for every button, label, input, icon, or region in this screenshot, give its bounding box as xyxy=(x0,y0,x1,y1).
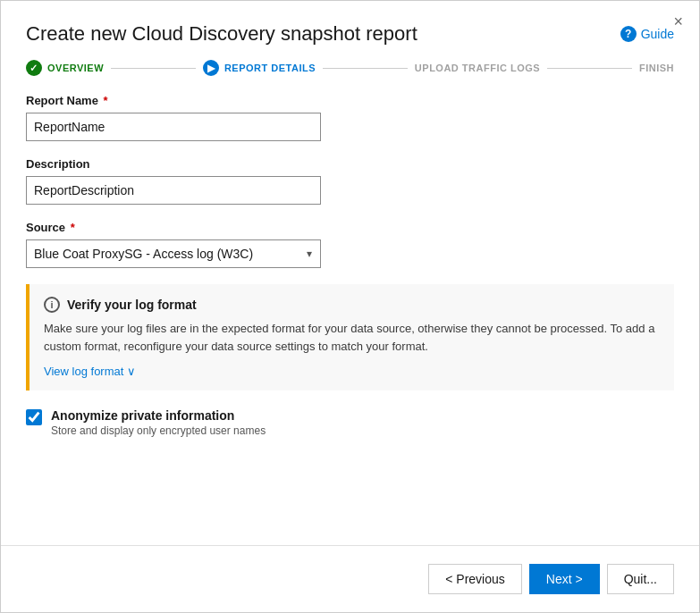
next-button[interactable]: Next > xyxy=(529,564,600,594)
step-report-details: ▶ REPORT DETAILS xyxy=(203,60,316,76)
quit-button[interactable]: Quit... xyxy=(607,564,674,594)
guide-label: Guide xyxy=(641,27,674,41)
guide-icon: ? xyxy=(620,26,637,42)
report-name-label: Report Name * xyxy=(26,94,674,107)
info-icon: i xyxy=(44,297,60,313)
step-finish-label: FINISH xyxy=(639,63,674,73)
step-report-details-icon: ▶ xyxy=(203,60,219,76)
source-group: Source * Blue Coat ProxySG - Access log … xyxy=(26,221,674,268)
view-log-link[interactable]: View log format ∨ xyxy=(44,365,136,378)
anonymize-label[interactable]: Anonymize private information xyxy=(51,408,234,423)
view-log-label: View log format xyxy=(44,365,123,378)
step-overview-icon: ✓ xyxy=(26,60,42,76)
chevron-down-small-icon: ∨ xyxy=(127,365,136,378)
description-label: Description xyxy=(26,157,674,171)
anonymize-checkbox[interactable] xyxy=(26,409,42,425)
info-box-header: i Verify your log format xyxy=(44,297,660,313)
description-group: Description xyxy=(26,157,674,205)
dialog-header: Create new Cloud Discovery snapshot repo… xyxy=(1,1,699,60)
anonymize-sublabel: Store and display only encrypted user na… xyxy=(51,424,266,437)
anonymize-group: Anonymize private information Store and … xyxy=(26,408,674,437)
guide-link[interactable]: ? Guide xyxy=(620,26,674,42)
step-finish: FINISH xyxy=(639,63,674,73)
previous-button[interactable]: < Previous xyxy=(428,564,522,594)
description-input[interactable] xyxy=(26,176,321,205)
step-upload-logs: UPLOAD TRAFFIC LOGS xyxy=(415,63,540,73)
info-box: i Verify your log format Make sure your … xyxy=(26,284,674,390)
source-select[interactable]: Blue Coat ProxySG - Access log (W3C) Cis… xyxy=(26,239,321,268)
info-box-text: Make sure your log files are in the expe… xyxy=(44,320,660,355)
dialog-title: Create new Cloud Discovery snapshot repo… xyxy=(26,22,417,46)
step-report-details-label: REPORT DETAILS xyxy=(224,63,316,73)
step-overview: ✓ OVERVIEW xyxy=(26,60,104,76)
close-button[interactable]: × xyxy=(673,13,683,29)
report-name-input[interactable] xyxy=(26,113,321,141)
source-label: Source * xyxy=(26,221,674,234)
stepper: ✓ OVERVIEW ▶ REPORT DETAILS UPLOAD TRAFF… xyxy=(1,60,699,94)
step-overview-label: OVERVIEW xyxy=(47,63,104,73)
dialog: × Create new Cloud Discovery snapshot re… xyxy=(0,0,700,613)
report-name-group: Report Name * xyxy=(26,94,674,141)
dialog-footer: < Previous Next > Quit... xyxy=(1,545,699,612)
form-body: Report Name * Description Source * Blue … xyxy=(1,94,699,545)
info-box-title: Verify your log format xyxy=(67,298,197,312)
source-select-wrap: Blue Coat ProxySG - Access log (W3C) Cis… xyxy=(26,239,321,268)
step-line-2 xyxy=(323,68,408,69)
anonymize-label-wrap: Anonymize private information Store and … xyxy=(51,408,266,437)
step-line-1 xyxy=(111,68,196,69)
step-line-3 xyxy=(547,68,632,69)
step-upload-logs-label: UPLOAD TRAFFIC LOGS xyxy=(415,63,540,73)
